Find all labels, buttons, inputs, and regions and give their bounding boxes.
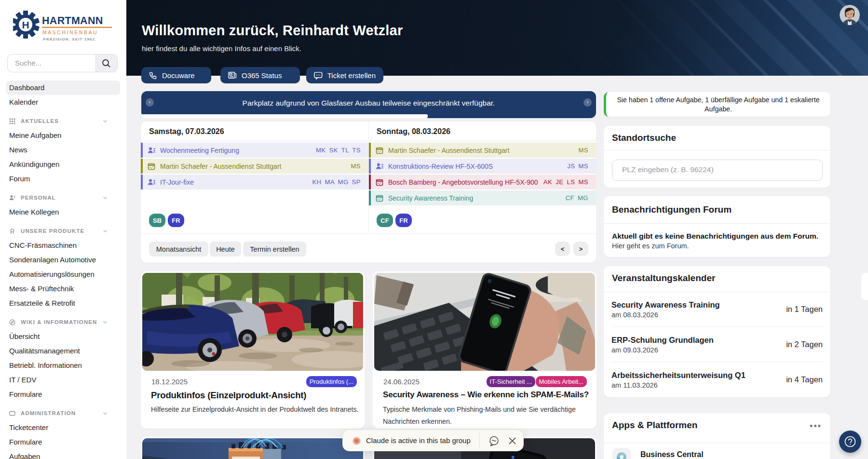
svg-text:PRÄZISION. SEIT 1962.: PRÄZISION. SEIT 1962. (43, 37, 96, 41)
svg-text:HARTMANN: HARTMANN (42, 15, 103, 27)
svg-text:MASCHINENBAU: MASCHINENBAU (42, 30, 98, 35)
svg-text:H: H (22, 19, 29, 30)
